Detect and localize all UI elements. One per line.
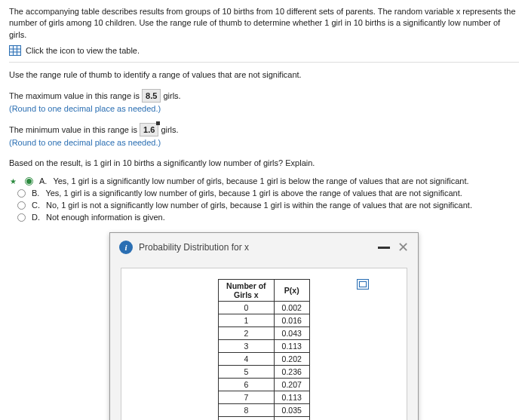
cell-x: 9 [219, 417, 275, 420]
option-d-text: Not enough information is given. [46, 213, 165, 222]
cell-x: 3 [219, 340, 275, 353]
divider [9, 62, 519, 63]
cell-x: 2 [219, 327, 275, 340]
option-a-text: Yes, 1 girl is a significantly low numbe… [53, 176, 468, 185]
round-hint-min: (Round to one decimal place as needed.) [9, 138, 161, 147]
cell-px: 0.035 [274, 404, 309, 417]
cell-px: 0.236 [274, 366, 309, 379]
radio-c[interactable] [17, 201, 26, 210]
answer-options: ★ A. Yes, 1 girl is a significantly low … [9, 176, 519, 222]
cell-x: 7 [219, 391, 275, 404]
modal-title: Probability Distribution for x [139, 242, 249, 253]
table-row: 20.043 [219, 327, 310, 340]
table-row: 90.013 [219, 417, 310, 420]
table-icon[interactable] [9, 45, 21, 56]
table-row: 60.207 [219, 379, 310, 391]
max-pre: The maximum value in this range is [9, 91, 142, 100]
col-header-girls: Number of Girls x [219, 280, 275, 302]
cell-px: 0.207 [274, 379, 309, 391]
selected-star-icon: ★ [10, 177, 17, 185]
cell-x: 1 [219, 314, 275, 327]
radio-a[interactable] [25, 177, 33, 185]
table-row: 80.035 [219, 404, 310, 417]
table-row: 00.002 [219, 302, 310, 314]
cell-x: 4 [219, 353, 275, 366]
min-pre: The minimum value in this range is [9, 125, 140, 134]
distribution-modal: i Probability Distribution for x ✕ [109, 232, 419, 420]
min-post: girls. [161, 125, 178, 134]
cell-x: 8 [219, 404, 275, 417]
option-letter: A. [39, 176, 47, 185]
view-table-link[interactable]: Click the icon to view the table. [26, 46, 140, 55]
info-icon: i [119, 241, 133, 254]
table-row: 10.016 [219, 314, 310, 327]
col-header-px: P(x) [274, 280, 309, 302]
table-row: 40.202 [219, 353, 310, 366]
radio-d[interactable] [17, 213, 26, 222]
round-hint-max: (Round to one decimal place as needed.) [9, 104, 161, 113]
table-row: 50.236 [219, 366, 310, 379]
table-row: 30.113 [219, 340, 310, 353]
option-c-text: No, 1 girl is not a significantly low nu… [46, 201, 472, 210]
option-letter: C. [32, 201, 40, 210]
option-b-text: Yes, 1 girl is a significantly low numbe… [45, 189, 462, 198]
cell-px: 0.002 [274, 302, 309, 314]
cell-px: 0.016 [274, 314, 309, 327]
max-post: girls. [163, 91, 180, 100]
cell-x: 0 [219, 302, 275, 314]
max-value-input[interactable]: 8.5 [142, 89, 161, 103]
cell-px: 0.013 [274, 417, 309, 420]
cell-px: 0.113 [274, 340, 309, 353]
svg-rect-0 [10, 46, 21, 56]
cell-px: 0.043 [274, 327, 309, 340]
minimize-icon[interactable] [378, 247, 390, 249]
range-prompt: Use the range rule of thumb to identify … [9, 69, 519, 81]
option-letter: B. [32, 189, 39, 198]
min-value-input[interactable]: 1.6 [140, 123, 158, 137]
cell-x: 6 [219, 379, 275, 391]
probability-table: Number of Girls x P(x) 00.00210.01620.04… [218, 279, 310, 420]
option-letter: D. [32, 213, 40, 222]
copy-icon[interactable] [357, 279, 369, 290]
cell-px: 0.202 [274, 353, 309, 366]
table-row: 70.113 [219, 391, 310, 404]
close-icon[interactable]: ✕ [398, 241, 409, 254]
problem-intro: The accompanying table describes results… [9, 6, 519, 41]
radio-b[interactable] [17, 189, 26, 198]
cell-px: 0.113 [274, 391, 309, 404]
cell-x: 5 [219, 366, 275, 379]
explain-question: Based on the result, is 1 girl in 10 bir… [9, 157, 519, 170]
